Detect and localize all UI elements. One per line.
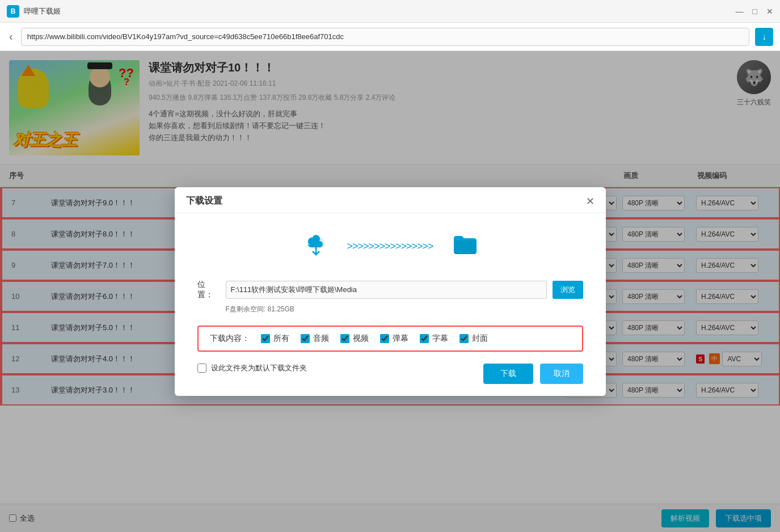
dialog-download-button[interactable]: 下载 bbox=[483, 364, 533, 384]
dialog-close-button[interactable]: ✕ bbox=[586, 196, 595, 206]
download-cloud-icon bbox=[302, 230, 330, 263]
download-content-row: 下载内容： 所有 音频 视频 bbox=[197, 326, 583, 352]
checkbox-all[interactable]: 所有 bbox=[261, 333, 289, 344]
default-row: 设此文件夹为默认下载文件夹 bbox=[197, 363, 307, 373]
url-bar: ‹ ↓ bbox=[0, 23, 780, 51]
checkbox-cover[interactable]: 封面 bbox=[459, 333, 488, 344]
checkbox-danmaku[interactable]: 弹幕 bbox=[380, 333, 408, 344]
flow-area: >>>>>>>>>>>>>>>> bbox=[197, 230, 583, 263]
location-input[interactable] bbox=[226, 281, 547, 299]
close-button[interactable]: ✕ bbox=[766, 7, 773, 15]
free-space-text: F盘剩余空间: 81.25GB bbox=[226, 305, 583, 314]
app-title: 哔哩下载姬 bbox=[24, 6, 736, 16]
dialog-cancel-button[interactable]: 取消 bbox=[540, 364, 583, 384]
dialog-buttons: 下载 取消 bbox=[483, 364, 583, 384]
title-bar: B 哔哩下载姬 — □ ✕ bbox=[0, 0, 780, 23]
checkbox-subtitle[interactable]: 字幕 bbox=[420, 333, 448, 344]
checkbox-group: 所有 音频 视频 弹幕 bbox=[261, 333, 571, 344]
window-controls: — □ ✕ bbox=[736, 7, 773, 15]
browse-button[interactable]: 浏览 bbox=[553, 281, 583, 299]
minimize-button[interactable]: — bbox=[736, 7, 744, 15]
checkbox-audio-input[interactable] bbox=[301, 334, 310, 343]
checkbox-danmaku-input[interactable] bbox=[380, 334, 389, 343]
dialog-title: 下载设置 bbox=[186, 195, 222, 207]
maximize-button[interactable]: □ bbox=[753, 7, 757, 15]
checkbox-audio[interactable]: 音频 bbox=[301, 333, 329, 344]
download-arrow-icon: ↓ bbox=[762, 32, 766, 42]
set-default-checkbox[interactable] bbox=[197, 364, 206, 373]
dialog-title-bar: 下载设置 ✕ bbox=[175, 187, 606, 213]
main-content: ?? ? 对王之王 课堂请勿对对子10！！！ 动画>短片·手书·配音 2021-… bbox=[0, 51, 780, 532]
download-content-label: 下载内容： bbox=[210, 333, 250, 344]
back-button[interactable]: ‹ bbox=[7, 28, 15, 45]
checkbox-subtitle-input[interactable] bbox=[420, 334, 429, 343]
dialog-bottom-row: 设此文件夹为默认下载文件夹 下载 取消 bbox=[197, 363, 583, 385]
checkbox-video-input[interactable] bbox=[340, 334, 349, 343]
flow-arrows: >>>>>>>>>>>>>>>> bbox=[347, 240, 433, 252]
location-label: 位置： bbox=[197, 280, 220, 300]
checkbox-all-input[interactable] bbox=[261, 334, 270, 343]
download-icon-button[interactable]: ↓ bbox=[755, 28, 773, 46]
checkbox-video[interactable]: 视频 bbox=[340, 333, 369, 344]
folder-icon bbox=[450, 230, 478, 263]
checkbox-cover-input[interactable] bbox=[459, 334, 469, 343]
app-icon: B bbox=[7, 5, 19, 18]
set-default-label: 设此文件夹为默认下载文件夹 bbox=[211, 363, 307, 373]
url-input[interactable] bbox=[21, 28, 749, 46]
dialog-body: >>>>>>>>>>>>>>>> 位置： 浏览 F盘剩余空间: 8 bbox=[175, 213, 606, 396]
location-row: 位置： 浏览 bbox=[197, 280, 583, 300]
download-settings-dialog: 下载设置 ✕ >>>>>>>>>>>>> bbox=[175, 187, 606, 396]
modal-overlay: 下载设置 ✕ >>>>>>>>>>>>> bbox=[0, 51, 780, 532]
